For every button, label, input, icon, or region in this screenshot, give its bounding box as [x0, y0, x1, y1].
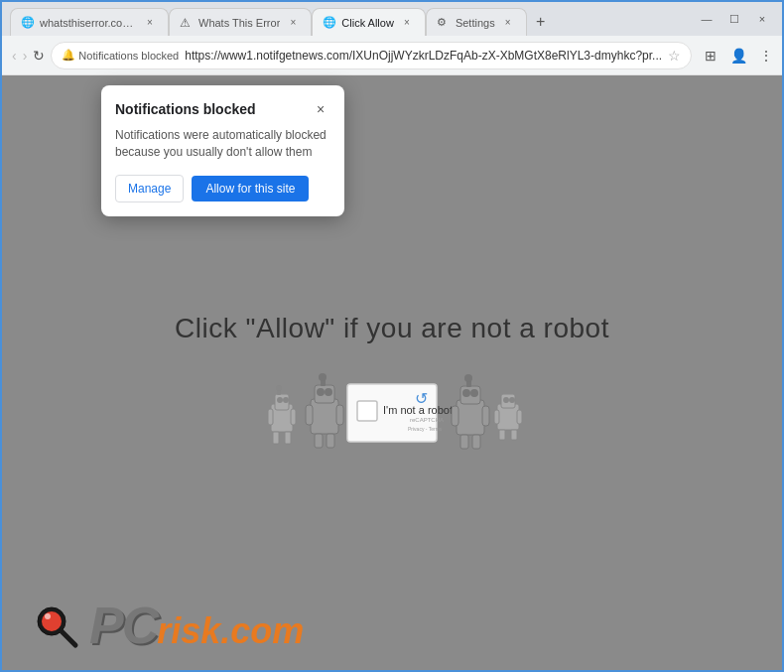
allow-for-site-button[interactable]: Allow for this site: [192, 176, 309, 202]
tab-whats-this-error[interactable]: ⚠ Whats This Error ×: [169, 8, 312, 36]
svg-rect-30: [452, 406, 458, 426]
toolbar-icons: ⊞ 👤 ⋮: [698, 43, 779, 68]
popup-message: Notifications were automatically blocked…: [115, 127, 330, 161]
browser-menu-icon[interactable]: ⊞: [698, 43, 723, 68]
svg-point-35: [464, 374, 472, 382]
svg-rect-43: [511, 430, 517, 440]
url-bar[interactable]: 🔔 Notifications blocked https://www1.not…: [51, 42, 692, 69]
window-controls: — ☐ ×: [687, 10, 774, 28]
security-indicator: 🔔 Notifications blocked: [62, 49, 179, 62]
tab4-favicon-icon: ⚙: [437, 16, 451, 30]
url-text: https://www1.notifgetnews.com/IXUnOjjWYz…: [185, 49, 662, 63]
svg-line-47: [62, 631, 75, 645]
tab4-close-icon[interactable]: ×: [500, 15, 516, 31]
svg-rect-17: [327, 434, 334, 448]
svg-point-13: [325, 388, 332, 396]
profile-icon[interactable]: 👤: [725, 43, 751, 68]
minimize-button[interactable]: —: [695, 10, 719, 28]
address-bar: ‹ › ↻ 🔔 Notifications blocked https://ww…: [2, 36, 782, 75]
title-bar: 🌐 whatsthiserror.com/b... × ⚠ Whats This…: [2, 2, 782, 36]
svg-point-2: [277, 397, 283, 403]
svg-point-3: [283, 397, 289, 403]
tab-settings[interactable]: ⚙ Settings ×: [426, 8, 527, 36]
pcrisk-com-text: com: [230, 610, 304, 652]
tab1-favicon-icon: 🌐: [21, 16, 35, 30]
pcrisk-dot-text: .: [220, 610, 230, 652]
security-icon: 🔔: [62, 49, 75, 62]
svg-rect-14: [306, 405, 313, 425]
browser-window: 🌐 whatsthiserror.com/b... × ⚠ Whats This…: [0, 0, 784, 672]
svg-rect-16: [315, 434, 323, 448]
popup-close-button[interactable]: ×: [311, 99, 330, 119]
svg-point-12: [317, 388, 325, 396]
pcrisk-risk-text: risk: [157, 610, 220, 652]
svg-rect-33: [472, 435, 480, 449]
more-menu-icon[interactable]: ⋮: [753, 43, 779, 68]
svg-point-46: [45, 613, 51, 619]
tab2-favicon-icon: ⚠: [180, 16, 194, 30]
pcrisk-pc-text: PC: [89, 600, 157, 651]
manage-button[interactable]: Manage: [115, 175, 184, 202]
svg-text:↺: ↺: [415, 390, 428, 407]
robot-illustration: I'm not a robot ↺ reCAPTCHA Privacy - Te…: [253, 364, 531, 473]
tab3-close-icon[interactable]: ×: [399, 15, 415, 31]
svg-rect-4: [268, 409, 273, 425]
tab3-favicon-icon: 🌐: [323, 16, 336, 30]
tab2-close-icon[interactable]: ×: [285, 15, 301, 31]
svg-rect-21: [357, 401, 377, 421]
close-button[interactable]: ×: [750, 10, 774, 28]
svg-point-45: [42, 611, 62, 631]
tab3-label: Click Allow: [341, 17, 394, 29]
tab1-close-icon[interactable]: ×: [142, 15, 158, 31]
pcrisk-magnifier-icon: [32, 602, 81, 651]
new-tab-button[interactable]: +: [527, 8, 555, 36]
tab1-label: whatsthiserror.com/b...: [40, 17, 137, 29]
svg-text:Privacy - Terms: Privacy - Terms: [408, 426, 443, 432]
svg-rect-6: [273, 432, 279, 444]
tab-whatsthiserror[interactable]: 🌐 whatsthiserror.com/b... ×: [10, 8, 169, 36]
svg-text:reCAPTCHA: reCAPTCHA: [410, 417, 444, 423]
svg-point-39: [509, 397, 515, 403]
svg-rect-32: [460, 435, 468, 449]
content-area: Notifications blocked × Notifications we…: [2, 75, 782, 670]
bookmark-icon[interactable]: ☆: [668, 48, 681, 64]
svg-rect-41: [517, 410, 522, 424]
svg-rect-10: [311, 399, 338, 434]
popup-title: Notifications blocked: [115, 101, 256, 117]
svg-rect-42: [499, 430, 505, 440]
tab-click-allow[interactable]: 🌐 Click Allow ×: [312, 8, 426, 36]
svg-point-9: [276, 385, 282, 391]
popup-buttons: Manage Allow for this site: [115, 175, 330, 202]
svg-point-29: [470, 389, 478, 397]
back-button[interactable]: ‹: [12, 43, 17, 68]
svg-point-38: [503, 397, 509, 403]
tab2-label: Whats This Error: [198, 17, 280, 29]
svg-rect-7: [285, 432, 291, 444]
page-headline: Click "Allow" if you are not a robot: [175, 313, 609, 344]
reload-button[interactable]: ↻: [33, 43, 45, 68]
maximize-button[interactable]: ☐: [722, 10, 746, 28]
svg-point-28: [462, 389, 470, 397]
svg-rect-31: [482, 406, 489, 426]
popup-header: Notifications blocked ×: [115, 99, 330, 119]
notification-popup: Notifications blocked × Notifications we…: [101, 85, 344, 216]
svg-rect-26: [457, 400, 484, 435]
robots-svg: I'm not a robot ↺ reCAPTCHA Privacy - Te…: [253, 364, 531, 473]
svg-rect-15: [336, 405, 343, 425]
tab-strip: 🌐 whatsthiserror.com/b... × ⚠ Whats This…: [10, 2, 687, 36]
svg-rect-5: [291, 409, 296, 425]
svg-rect-40: [494, 410, 499, 424]
forward-button[interactable]: ›: [23, 43, 28, 68]
pcrisk-logo: PC risk . com: [32, 600, 304, 652]
security-label: Notifications blocked: [78, 50, 179, 62]
pcrisk-text: PC risk . com: [89, 600, 304, 652]
svg-point-19: [319, 373, 327, 381]
tab4-label: Settings: [456, 17, 495, 29]
page-content: Click "Allow" if you are not a robot: [175, 313, 609, 473]
